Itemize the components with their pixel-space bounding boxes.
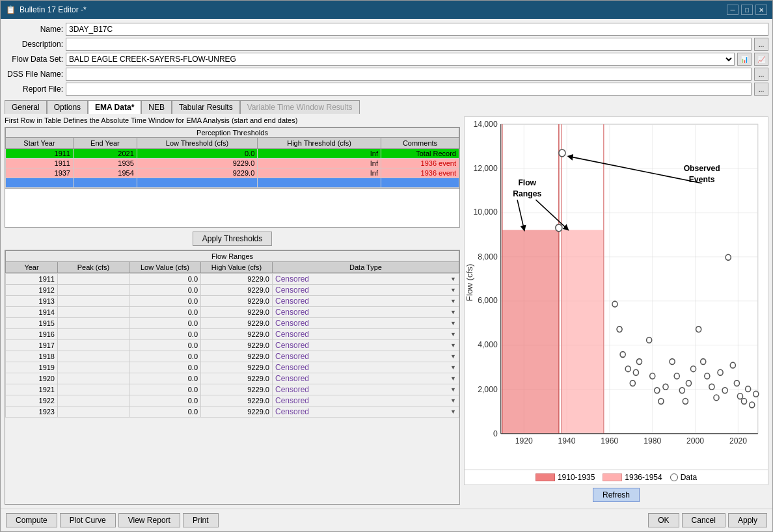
svg-text:10,000: 10,000 — [473, 207, 497, 217]
tab-options[interactable]: Options — [47, 100, 88, 114]
svg-point-50 — [730, 362, 735, 368]
table-row[interactable]: 1912 0.0 9229.0 Censored ▼ — [6, 285, 459, 296]
desc-input[interactable] — [66, 38, 752, 51]
flow-data-label: Flow Data Set: — [5, 55, 63, 64]
tab-variable-time: Variable Time Window Results — [240, 100, 360, 114]
tab-tabular-results[interactable]: Tabular Results — [172, 100, 240, 114]
print-button[interactable]: Print — [183, 513, 219, 527]
table-row[interactable]: 1911 1935 9229.0 Inf 1936 event — [6, 159, 459, 168]
bottom-bar: Compute Plot Curve View Report Print OK … — [1, 509, 772, 531]
table-row[interactable]: 1918 0.0 9229.0 Censored ▼ — [6, 351, 459, 362]
svg-text:1960: 1960 — [601, 436, 618, 446]
svg-text:1980: 1980 — [644, 436, 661, 446]
svg-point-41 — [690, 366, 696, 372]
dss-browse-button[interactable]: ... — [754, 68, 768, 81]
flow-data-edit-button[interactable]: 📈 — [754, 53, 768, 66]
cell-low: 0.0 — [129, 274, 201, 285]
view-report-button[interactable]: View Report — [118, 513, 180, 527]
svg-text:2,000: 2,000 — [478, 384, 497, 394]
cell-year: 1915 — [6, 318, 58, 329]
svg-point-53 — [741, 398, 746, 404]
cell-year: 1918 — [6, 351, 58, 362]
dss-label: DSS File Name: — [5, 70, 63, 79]
cell-year: 1923 — [6, 406, 58, 418]
cell-year: 1914 — [6, 307, 58, 318]
svg-text:Observed: Observed — [684, 163, 720, 173]
report-browse-button[interactable]: ... — [754, 83, 768, 96]
cell-peak — [58, 406, 129, 418]
col-end-year: End Year — [74, 138, 137, 149]
table-row[interactable]: 1923 0.0 9229.0 Censored ▼ — [6, 406, 459, 418]
table-row[interactable]: 1921 0.0 9229.0 Censored ▼ — [6, 384, 459, 395]
svg-point-56 — [753, 391, 759, 397]
minimize-button[interactable]: ─ — [727, 5, 739, 15]
cell-peak — [58, 362, 129, 373]
compute-button[interactable]: Compute — [6, 513, 57, 527]
tab-general[interactable]: General — [5, 100, 47, 114]
cell-low: 0.0 — [129, 318, 201, 329]
cell-high: Inf — [258, 149, 381, 159]
tab-neb[interactable]: NEB — [141, 100, 172, 114]
cell-low: 0.0 — [137, 149, 258, 159]
table-row[interactable]: 1937 1954 9229.0 Inf 1936 event — [6, 168, 459, 178]
desc-label: Description: — [5, 40, 63, 49]
cell-type: Censored ▼ — [273, 285, 459, 296]
desc-browse-button[interactable]: ... — [754, 38, 768, 51]
svg-text:8,000: 8,000 — [478, 251, 497, 261]
svg-text:2020: 2020 — [729, 436, 747, 446]
table-row[interactable]: 1911 0.0 9229.0 Censored ▼ — [6, 274, 459, 285]
table-row[interactable]: 1913 0.0 9229.0 Censored ▼ — [6, 296, 459, 307]
svg-point-24 — [612, 301, 617, 307]
tab-ema-data[interactable]: EMA Data* — [88, 100, 141, 114]
empty-rows-area — [5, 189, 460, 228]
main-window: 📋 Bulletin 17 Editor -* ─ □ ✕ Name: Desc… — [0, 0, 773, 532]
svg-text:1940: 1940 — [558, 436, 576, 446]
col-high-val: High Value (cfs) — [201, 262, 273, 273]
svg-point-36 — [670, 359, 675, 365]
svg-rect-16 — [502, 230, 559, 434]
cell-start — [6, 178, 74, 188]
table-row[interactable]: 1911 2021 0.0 Inf Total Record — [6, 149, 459, 159]
apply-thresholds-button[interactable]: Apply Thresholds — [193, 232, 273, 246]
perception-thresholds-table: Perception Thresholds Start Year End Yea… — [5, 127, 460, 189]
table-row[interactable]: 1922 0.0 9229.0 Censored ▼ — [6, 395, 459, 406]
plot-curve-button[interactable]: Plot Curve — [60, 513, 116, 527]
apply-button[interactable]: Apply — [728, 513, 767, 527]
table-row[interactable]: 1920 0.0 9229.0 Censored ▼ — [6, 373, 459, 384]
flow-ranges-container: Flow Ranges Year Peak (cfs) Low Value (c… — [5, 250, 460, 505]
svg-point-39 — [683, 398, 688, 404]
cell-year: 1921 — [6, 384, 58, 395]
report-input[interactable]: C:\PROJECTS\Classes\2022_HH_for_Dam_Safe… — [66, 83, 752, 96]
cell-high — [258, 178, 381, 188]
flow-data-chart-button[interactable]: 📊 — [737, 53, 752, 66]
cell-year: 1913 — [6, 296, 58, 307]
ema-info-text: First Row in Table Defines the Absolute … — [5, 116, 460, 124]
flow-data-select[interactable]: BALD EAGLE CREEK-SAYERS-FLOW-UNREG — [66, 53, 735, 66]
table-row[interactable]: 1917 0.0 9229.0 Censored ▼ — [6, 340, 459, 351]
svg-text:Events: Events — [689, 174, 715, 184]
table-row[interactable] — [6, 178, 459, 188]
refresh-button[interactable]: Refresh — [593, 488, 640, 502]
svg-point-40 — [686, 380, 691, 386]
svg-rect-17 — [562, 230, 604, 434]
ok-button[interactable]: OK — [648, 513, 679, 527]
table-row[interactable]: 1914 0.0 9229.0 Censored ▼ — [6, 307, 459, 318]
table-row[interactable]: 1919 0.0 9229.0 Censored ▼ — [6, 362, 459, 373]
svg-text:2000: 2000 — [686, 436, 704, 446]
cell-comment: Total Record — [381, 149, 459, 159]
cell-peak — [58, 329, 129, 340]
cell-comment — [381, 178, 459, 188]
svg-point-37 — [674, 373, 679, 379]
svg-text:Flow (cfs): Flow (cfs) — [465, 264, 474, 301]
cell-end: 1954 — [74, 168, 137, 178]
title-bar: 📋 Bulletin 17 Editor -* ─ □ ✕ — [1, 1, 772, 19]
table-row[interactable]: 1915 0.0 9229.0 Censored ▼ — [6, 318, 459, 329]
cancel-button[interactable]: Cancel — [682, 513, 726, 527]
close-button[interactable]: ✕ — [755, 5, 767, 15]
cell-high: Inf — [258, 168, 381, 178]
cell-end — [74, 178, 137, 188]
table-row[interactable]: 1916 0.0 9229.0 Censored ▼ — [6, 329, 459, 340]
dss-input[interactable]: C:\PROJECTS\Classes\2022_HH_for_Dam_Safe… — [66, 68, 752, 81]
name-input[interactable] — [66, 23, 768, 36]
maximize-button[interactable]: □ — [741, 5, 753, 15]
